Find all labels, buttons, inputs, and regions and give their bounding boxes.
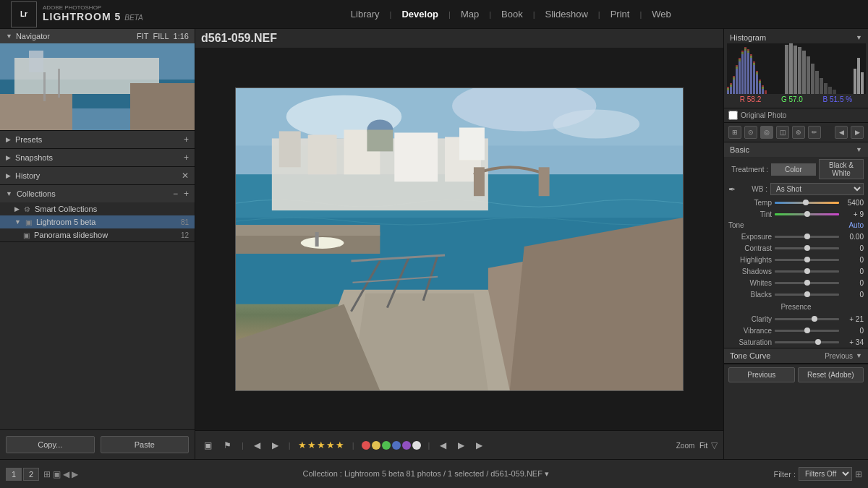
copy-button[interactable]: Copy... [6,436,95,453]
play-btn[interactable]: ▶ [473,439,485,452]
whites-label: Whites [728,279,772,287]
collection-smart[interactable]: ▶ ⚙ Smart Collections [0,202,195,215]
presets-label: Presets [15,135,42,144]
contrast-row: Contrast 0 [724,242,868,254]
temp-slider[interactable] [775,198,839,207]
svg-point-37 [301,237,344,249]
view-icon[interactable]: ▣ [201,439,215,452]
next-nav-icon[interactable]: ▶ [72,469,78,479]
shadows-slider[interactable] [775,267,839,275]
nav-zoom-btn[interactable]: 1:16 [174,32,189,40]
clarity-slider[interactable] [775,314,839,323]
paste-button[interactable]: Paste [101,436,190,453]
flag-icon[interactable]: ⚑ [221,439,234,452]
prev-state-btn[interactable]: ◀ [835,126,848,139]
treatment-row: Treatment : Color Black & White [724,157,868,181]
nav-slideshow[interactable]: Slideshow [535,0,598,29]
color-purple[interactable] [402,441,411,450]
collection-panorama[interactable]: ▣ Panorama slideshow 12 [0,228,195,241]
presets-header[interactable]: ▶ Presets + [0,131,195,148]
redeye-tool[interactable]: ◎ [760,126,773,139]
radial-tool[interactable]: ⊚ [792,126,805,139]
collections-minus-btn[interactable]: − [173,189,178,199]
basic-header[interactable]: Basic ▼ [724,142,868,157]
color-yellow[interactable] [372,441,380,450]
star-rating[interactable]: ★★★★★ [298,440,345,450]
history-clear-btn[interactable]: ✕ [182,171,189,181]
collection-lr5-beta[interactable]: ▼ ▣ Lightroom 5 beta 81 [0,215,195,228]
exposure-value: 0.00 [842,233,864,241]
rgb-values: R 58.2 G 57.0 B 51.5 % [727,94,865,105]
image-toolbar: ▣ ⚑ | ◀ ▶ | ★★★★★ | | ◀ ▶ ▶ Zoom Fit [195,430,723,459]
presets-add-btn[interactable]: + [184,134,189,145]
auto-btn[interactable]: Auto [848,221,864,229]
whites-slider[interactable] [775,278,839,287]
graduated-tool[interactable]: ◫ [776,126,789,139]
filter-select[interactable]: Filters Off [799,467,852,481]
tone-header-row: Tone Auto [724,220,868,231]
nav-right-btn[interactable]: ▶ [455,439,467,452]
color-blue[interactable] [392,441,401,450]
filter-options-icon[interactable]: ⊞ [855,469,862,479]
clarity-row: Clarity + 21 [724,313,868,325]
adjustment-brush[interactable]: ✏ [808,126,821,139]
collections-header[interactable]: ▼ Collections − + [0,185,195,202]
panorama-count: 12 [181,231,189,239]
grid-view-icon[interactable]: ⊞ [43,469,51,479]
highlights-slider[interactable] [775,255,839,264]
svg-rect-91 [833,90,836,94]
eyedropper-icon[interactable]: ✒ [728,184,736,194]
reset-button[interactable]: Reset (Adobe) [798,367,864,382]
prev-nav-icon[interactable]: ◀ [63,469,69,479]
lr5-arrow: ▼ [14,218,21,226]
snapshots-header[interactable]: ▶ Snapshots + [0,149,195,166]
heal-tool[interactable]: ⊙ [744,126,757,139]
color-green[interactable] [382,441,391,450]
svg-rect-74 [747,53,749,94]
svg-rect-25 [539,167,550,196]
nav-web[interactable]: Web [642,0,681,29]
wb-select[interactable]: As Shot [770,183,864,195]
nav-library[interactable]: Library [341,0,390,29]
color-red[interactable] [362,441,370,450]
previous-button[interactable]: Previous [728,367,795,382]
page-2-btn[interactable]: 2 [23,468,39,481]
svg-rect-71 [739,61,741,94]
color-treatment-btn[interactable]: Color [771,163,816,176]
prev-image-btn[interactable]: ◀ [251,439,263,452]
tint-slider[interactable] [775,210,839,218]
svg-rect-89 [824,83,827,94]
saturation-slider[interactable] [775,338,839,346]
contrast-slider[interactable] [775,244,839,252]
history-header[interactable]: ▶ History ✕ [0,167,195,184]
next-image-btn[interactable]: ▶ [269,439,281,452]
histogram-label: Histogram [730,33,766,42]
nav-fill-btn[interactable]: FILL [153,32,169,40]
whites-value: 0 [842,279,864,287]
nav-left-btn[interactable]: ◀ [437,439,449,452]
next-state-btn[interactable]: ▶ [851,126,864,139]
original-photo-checkbox[interactable] [728,111,738,120]
vibrance-slider[interactable] [775,326,839,335]
crop-tool[interactable]: ⊞ [728,126,741,139]
nav-fit-btn[interactable]: FIT [137,32,149,40]
page-navigation: 1 2 [6,468,39,481]
image-filename: d561-059.NEF [201,32,277,44]
nav-develop[interactable]: Develop [391,0,448,29]
snapshots-add-btn[interactable]: + [184,153,189,163]
loupe-view-icon[interactable]: ▣ [53,469,61,479]
bw-treatment-btn[interactable]: Black & White [819,159,864,179]
nav-book[interactable]: Book [491,0,533,29]
nav-print[interactable]: Print [600,0,640,29]
navigator-header[interactable]: ▼ Navigator FIT FILL 1:16 [0,29,195,43]
highlights-value: 0 [842,256,864,264]
color-white[interactable] [412,441,421,450]
vibrance-label: Vibrance [728,327,772,335]
page-1-btn[interactable]: 1 [6,468,22,481]
tone-curve-header[interactable]: Tone Curve Previous ▼ [724,348,868,363]
collections-add-btn[interactable]: + [184,189,189,199]
exposure-slider[interactable] [775,232,839,241]
nav-map[interactable]: Map [451,0,489,29]
lr-logo: Lr [11,1,37,27]
blacks-slider[interactable] [775,290,839,299]
